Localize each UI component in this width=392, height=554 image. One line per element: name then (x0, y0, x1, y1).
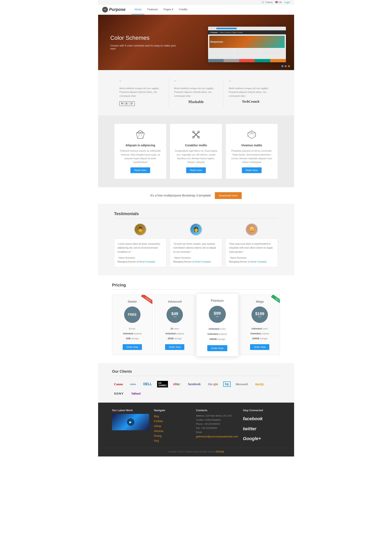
footer-col-work: Our Latest Work ▶ (112, 409, 149, 444)
pricing-card-mega: New Mega $199 /mo Unlimited users Unlimi… (240, 295, 280, 355)
quote-item-2: " Morbi eleifend congue elit nec sagitti… (169, 77, 224, 108)
footer-phone: Phone: +44 123 654321 (196, 422, 238, 426)
testimonials-inner: 👨 "Lorem ipsum dolor sit amet, consectet… (114, 223, 278, 267)
footer-col-contacts: Contacts Address: 123 Fake Street, LN1 2… (196, 409, 238, 444)
footer-contacts-title: Contacts (196, 409, 238, 412)
order-btn-advanced[interactable]: Order Now (165, 344, 184, 350)
footer-navigate-title: Navigate (154, 409, 191, 412)
footer-link-blog[interactable]: Blog (154, 414, 191, 419)
client-microsoft: Microsoft (234, 381, 250, 387)
social-twitter[interactable]: twitter (243, 424, 280, 434)
testimonial-author-3: - Name Surname,Managing Director at Some… (229, 256, 274, 263)
price-circle-starter: FREE (124, 307, 140, 323)
cta-text: It's a free multipurpose Bootstrap 3 tem… (150, 194, 211, 197)
avatar-1: 👨 (134, 223, 147, 236)
cart-icon[interactable]: 🛒 3 Items (262, 1, 273, 3)
nav-features[interactable]: Features (144, 5, 161, 14)
client-mysql: MySQL (253, 381, 266, 387)
testimonial-author-1: - Name Surname,Managing Director at Some… (118, 256, 163, 263)
hero-content: Color Schemes Comes with 5 color schemes… (98, 28, 208, 56)
nav-pages[interactable]: Pages ▾ (161, 5, 176, 14)
footer-work-title: Our Latest Work (112, 409, 149, 412)
testimonial-text-2: "Ut enim ad minim veniam, quis nostrud e… (173, 242, 219, 254)
browser-body: ∞ Purpose Home | Features | Pages | Cred… (208, 30, 286, 59)
dot-1[interactable] (281, 65, 283, 67)
price-circle-premium: $99 /mo (209, 306, 226, 323)
feature-card-1: Aliquam in adipiscing Praesent rhoncus m… (114, 124, 167, 179)
dot-3[interactable] (288, 65, 290, 67)
svg-marker-0 (136, 130, 144, 139)
quote-text-1: Morbi eleifend congue elit nec sagittis.… (119, 86, 163, 98)
quote-text-2: Morbi eleifend congue elit nec sagittis.… (174, 86, 218, 98)
pricing-inner: Popular Starter FREE 1 user Unlimited pr… (112, 295, 280, 355)
client-sony: SONY (112, 391, 126, 396)
price-sub-mega: /mo (258, 316, 261, 318)
quote-item-3: " Morbi eleifend congue elit nec sagitti… (224, 77, 278, 108)
email-link[interactable]: getintouch@yourcompanydomain.com (196, 435, 238, 438)
price-sub-advanced: /mo (173, 316, 176, 318)
client-ea: EAGAMES (157, 381, 168, 387)
footer-link-faq[interactable]: FAQ (154, 438, 191, 443)
footer-link-portfolio[interactable]: Portfolio (154, 419, 191, 424)
footer-link-pricing[interactable]: Pricing (154, 434, 191, 438)
quote-mark-3: " (229, 79, 273, 85)
footer: Our Latest Work ▶ Navigate Blog Portfoli… (98, 403, 294, 456)
brand-wired: W|R□D (119, 101, 135, 106)
logo[interactable]: ∞ Purpose (102, 7, 126, 13)
box-icon (230, 129, 273, 140)
dot-2[interactable] (285, 65, 287, 67)
browser-bar (208, 27, 286, 30)
download-btn[interactable]: Download here! (215, 192, 242, 199)
login-link[interactable]: Login (285, 1, 290, 3)
footer-link-services[interactable]: Services (154, 429, 191, 434)
client-dell: DELL (141, 381, 154, 387)
svg-line-14 (252, 133, 256, 136)
pricing-features-mega: Unlimited users Unlimited projects 100GB… (243, 326, 277, 341)
price-circle-mega: $199 /mo (252, 307, 268, 323)
company-link-2[interactable]: Some Company (195, 260, 211, 263)
language-selector[interactable]: 🇬🇧 UK (275, 1, 282, 3)
svg-line-15 (248, 133, 252, 136)
nav-credits[interactable]: Credits (176, 5, 190, 14)
brand-techcrunch: TechCrunch (229, 100, 273, 104)
company-link-3[interactable]: Some Company (251, 260, 267, 263)
topbar: 🛒 3 Items 🇬🇧 UK Login (98, 0, 294, 5)
footer-col-navigate: Navigate Blog Portfolio eShop Services P… (154, 409, 191, 444)
testimonial-3: 👱 "Duis aute irure dolor in reprehenderi… (225, 223, 278, 267)
footer-email: Email: getintouch@yourcompanydomain.com (196, 430, 238, 439)
order-btn-starter[interactable]: Order Now (123, 344, 142, 350)
pricing-section: Pricing Popular Starter FREE 1 user Unli… (98, 275, 294, 364)
logo-icon: ∞ (102, 7, 108, 13)
feature-card-3: Vivamus mattis Phasellus posuere et nisl… (225, 124, 278, 179)
social-google-plus[interactable]: Google+ (243, 434, 280, 444)
nav-home[interactable]: Home (132, 5, 145, 14)
footer-address: Address: 123 Fake Street, LN1 2ST, Londo… (196, 414, 238, 422)
avatar-3: 👱 (245, 223, 258, 236)
pricing-card-premium: Premium $99 /mo Unlimited users Unlimite… (196, 293, 238, 356)
copyright-link[interactable]: 网页模板 (216, 450, 224, 453)
footer-link-eshop[interactable]: eShop (154, 424, 191, 429)
feature-title-2: Curabitur mollis (175, 144, 217, 147)
footer-inner: Our Latest Work ▶ Navigate Blog Portfoli… (112, 409, 280, 444)
company-link-1[interactable]: Some Company (139, 260, 155, 263)
clients-section: Our Clients Canon cisco DELL EAGAMES eba… (98, 363, 294, 403)
price-free: FREE (128, 313, 137, 316)
plan-name-starter: Starter (116, 300, 149, 303)
order-btn-mega[interactable]: Order Now (250, 344, 269, 350)
read-more-btn-2[interactable]: Read more (186, 167, 206, 173)
feature-title-1: Aliquam in adipiscing (119, 144, 162, 147)
order-btn-premium[interactable]: Order Now (207, 345, 227, 351)
social-facebook[interactable]: facebook (243, 414, 280, 424)
hero-title: Color Schemes (110, 35, 196, 41)
client-hp: hp (223, 381, 231, 387)
client-google: Google (206, 381, 220, 387)
testimonial-quote-1: "Lorem ipsum dolor sit amet, consectetur… (114, 238, 167, 267)
price-circle-advanced: $49 /mo (167, 307, 183, 323)
read-more-btn-1[interactable]: Read more (130, 167, 150, 173)
quote-text-3: Morbi eleifend congue elit nec sagittis.… (229, 86, 273, 98)
read-more-btn-3[interactable]: Read more (242, 167, 261, 173)
features-section: Aliquam in adipiscing Praesent rhoncus m… (98, 115, 294, 187)
client-ebay: ebay (171, 381, 183, 387)
price-amount-advanced: $49 (171, 312, 178, 316)
mock-header: ∞ Purpose Home | Features | Pages | Cred… (208, 30, 286, 35)
